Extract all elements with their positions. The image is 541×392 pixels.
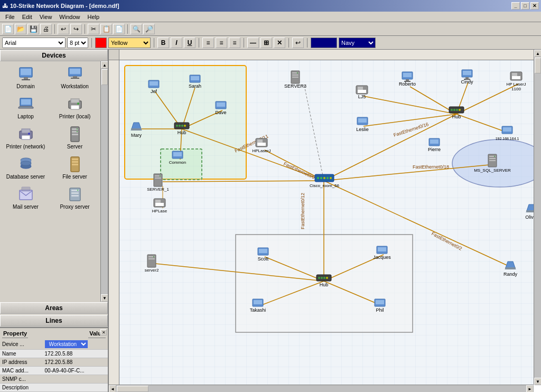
node-Leslie[interactable]: Leslie <box>356 117 369 132</box>
cut-button[interactable]: ✂ <box>88 24 99 34</box>
open-button[interactable]: 📂 <box>15 24 26 34</box>
font-color-button[interactable] <box>95 38 107 48</box>
align-left-button[interactable]: ≡ <box>202 38 214 48</box>
printer-network-icon <box>17 126 34 143</box>
refresh-button[interactable]: ↩ <box>292 38 304 48</box>
device-type-select[interactable]: Workstation <box>45 340 88 348</box>
svg-point-107 <box>317 177 319 179</box>
node-Sarah[interactable]: Sarah <box>189 75 201 89</box>
svg-point-23 <box>77 131 78 132</box>
device-server[interactable]: Server <box>51 124 98 152</box>
grid-button[interactable]: ⊞ <box>260 38 272 48</box>
device-domain[interactable]: Domain <box>2 63 49 91</box>
titlebar: 🖧 10-Strike Network Diagram - [demo.ndf]… <box>0 0 541 12</box>
scroll-down-canvas-arrow[interactable]: ▼ <box>534 378 541 385</box>
device-printer-network[interactable]: Printer (network) <box>2 124 49 152</box>
scroll-thumb[interactable] <box>101 69 108 85</box>
font-select[interactable]: Arial <box>2 38 66 48</box>
maximize-button[interactable]: □ <box>521 2 529 10</box>
scroll-up-canvas-arrow[interactable]: ▲ <box>534 50 541 57</box>
svg-text:SERVER_1: SERVER_1 <box>147 187 169 192</box>
app-title: 10-Strike Network Diagram - [demo.ndf] <box>10 3 119 9</box>
redo-button[interactable]: ↪ <box>70 24 82 34</box>
canvas-scrollbar-horizontal[interactable]: ◄ ► <box>109 385 534 392</box>
new-button[interactable]: 📄 <box>2 24 14 34</box>
node-Phil[interactable]: Phil <box>375 299 385 313</box>
minimize-button[interactable]: _ <box>511 2 520 10</box>
device-laptop[interactable]: Laptop <box>2 94 49 122</box>
zoom-in-button[interactable]: 🔍 <box>130 24 142 34</box>
device-proxyserver[interactable]: Proxy server <box>51 184 98 212</box>
laptop-icon <box>17 96 34 113</box>
properties-close-button[interactable]: ✕ <box>100 329 107 335</box>
svg-rect-80 <box>217 102 225 107</box>
save-button[interactable]: 💾 <box>27 24 39 34</box>
v-scroll-thumb[interactable] <box>535 58 541 73</box>
size-select[interactable]: 8 pt <box>67 38 88 48</box>
menu-view[interactable]: View <box>36 13 55 21</box>
print-button[interactable]: 🖨 <box>40 24 52 34</box>
domain-icon <box>17 66 34 82</box>
node-Cindy[interactable]: Cindy <box>461 70 473 85</box>
node-Scott[interactable]: Scott <box>258 248 269 262</box>
device-printer-local[interactable]: Printer (local) <box>51 94 98 122</box>
devices-header[interactable]: Devices <box>0 50 108 61</box>
scroll-track <box>101 69 108 294</box>
italic-button[interactable]: I <box>171 38 182 48</box>
undo-button[interactable]: ↩ <box>58 24 69 34</box>
node-HPLase[interactable]: HPLase <box>152 199 167 213</box>
device-database[interactable]: Database server <box>2 154 49 182</box>
node-Dave[interactable]: Dave <box>215 101 226 115</box>
prop-mac-key: MAC add... <box>0 367 43 375</box>
paste-button[interactable]: 📄 <box>113 24 125 34</box>
svg-point-123 <box>494 156 495 157</box>
svg-rect-42 <box>292 77 299 78</box>
workstation-icon <box>67 66 83 82</box>
line-style-button[interactable]: — <box>247 38 259 48</box>
prop-snmp-value <box>43 375 108 384</box>
fill-color-select[interactable]: Yellow <box>108 38 151 48</box>
device-fileserver[interactable]: File server <box>51 154 98 182</box>
line-color-button[interactable] <box>311 38 337 48</box>
areas-button[interactable]: Areas <box>0 302 108 314</box>
diagram[interactable]: FastEthernet0/11 FastEthernet0/6 FastEth… <box>119 60 534 385</box>
svg-rect-114 <box>503 127 511 132</box>
svg-rect-51 <box>406 79 409 81</box>
align-center-button[interactable]: ≡ <box>216 38 227 48</box>
h-scroll-thumb[interactable] <box>117 386 148 392</box>
canvas-scrollbar-vertical[interactable]: ▲ ▼ <box>534 50 541 385</box>
menu-help[interactable]: Help <box>84 13 102 21</box>
format-toolbar: Arial 8 pt Yellow B I U ≡ ≡ ≡ — ⊞ ✕ ↩ Na… <box>0 36 541 50</box>
devices-scrollbar[interactable]: ▲ ▼ <box>100 61 108 302</box>
menu-window[interactable]: Window <box>56 13 83 21</box>
label-fe012: FastEthernet0/12 <box>300 193 305 229</box>
canvas-area[interactable]: FastEthernet0/11 FastEthernet0/6 FastEth… <box>109 50 541 392</box>
scroll-right-arrow[interactable]: ► <box>526 385 534 392</box>
svg-text:HPLase: HPLase <box>152 209 167 213</box>
menu-file[interactable]: File <box>2 13 18 21</box>
underline-button[interactable]: U <box>184 38 195 48</box>
device-workstation[interactable]: Workstation <box>51 63 98 91</box>
close-button[interactable]: ✕ <box>530 2 539 10</box>
proxyserver-icon <box>67 186 83 203</box>
align-right-button[interactable]: ≡ <box>229 38 240 48</box>
line-color-select[interactable]: Navy <box>339 38 376 48</box>
scroll-left-arrow[interactable]: ◄ <box>109 385 116 392</box>
svg-point-17 <box>28 133 30 135</box>
database-icon <box>17 156 34 173</box>
zoom-out-button[interactable]: 🔎 <box>143 24 155 34</box>
prop-row-desc: Description <box>0 384 108 392</box>
node-Pierre[interactable]: Pierre <box>428 138 441 152</box>
bold-button[interactable]: B <box>157 38 169 48</box>
symbol-button[interactable]: ✕ <box>274 38 285 48</box>
svg-rect-12 <box>71 105 79 109</box>
scroll-down-arrow[interactable]: ▼ <box>101 294 108 302</box>
svg-point-130 <box>153 256 154 257</box>
copy-button[interactable]: 📋 <box>100 24 112 34</box>
lines-button[interactable]: Lines <box>0 315 108 326</box>
menu-edit[interactable]: Edit <box>19 13 35 21</box>
svg-text:HP LaserJ: HP LaserJ <box>506 82 526 87</box>
device-mailserver[interactable]: Mail server <box>2 184 49 212</box>
scroll-up-arrow[interactable]: ▲ <box>101 61 108 69</box>
svg-text:Cindy: Cindy <box>461 79 473 85</box>
